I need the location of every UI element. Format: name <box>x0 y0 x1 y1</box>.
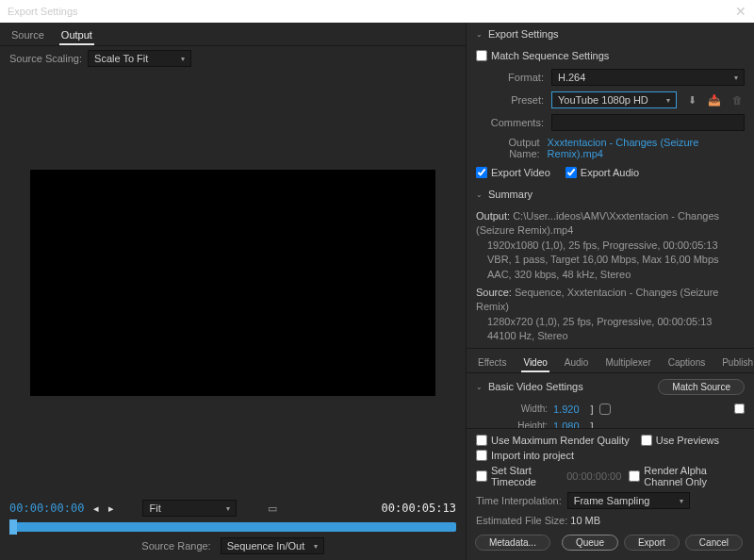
subtab-publish[interactable]: Publish <box>720 354 754 372</box>
source-range-dropdown[interactable]: Sequence In/Out▾ <box>221 537 324 554</box>
match-source-button[interactable]: Match Source <box>658 379 745 395</box>
chevron-down-icon: ▾ <box>314 542 318 551</box>
tab-output[interactable]: Output <box>59 26 94 45</box>
summary-header[interactable]: ⌄Summary <box>467 183 754 206</box>
source-scaling-dropdown[interactable]: Scale To Fit▾ <box>88 50 191 67</box>
basic-video-header[interactable]: ⌄Basic Video Settings Match Source <box>467 373 754 401</box>
use-previews-checkbox[interactable]: Use Previews <box>641 433 719 448</box>
width-value[interactable]: 1.920 <box>553 404 580 415</box>
playhead[interactable] <box>9 519 17 535</box>
export-audio-checkbox[interactable]: Export Audio <box>566 165 639 180</box>
export-video-checkbox[interactable]: Export Video <box>476 165 550 180</box>
subtab-video[interactable]: Video <box>521 354 549 372</box>
preview-canvas <box>30 170 435 396</box>
max-quality-checkbox[interactable]: Use Maximum Render Quality <box>476 433 630 448</box>
cancel-button[interactable]: Cancel <box>685 535 743 551</box>
subtab-audio[interactable]: Audio <box>563 354 591 372</box>
tab-source[interactable]: Source <box>9 26 46 45</box>
chevron-down-icon: ▾ <box>226 504 230 513</box>
chevron-down-icon: ▾ <box>181 55 185 63</box>
aspect-icon[interactable]: ▭ <box>265 501 280 516</box>
step-forward-icon[interactable]: ▸ <box>108 502 114 515</box>
subtab-effects[interactable]: Effects <box>476 354 508 372</box>
width-match-checkbox[interactable] <box>734 404 745 414</box>
timecode-end: 00:00:05:13 <box>382 502 456 515</box>
delete-preset-icon[interactable]: 🗑 <box>729 92 745 107</box>
subtab-captions[interactable]: Captions <box>666 354 707 372</box>
start-timecode-value: 00:00:00:00 <box>566 470 621 482</box>
collapse-icon: ⌄ <box>476 30 483 39</box>
export-button[interactable]: Export <box>624 535 680 551</box>
subtab-multiplexer[interactable]: Multiplexer <box>603 354 652 372</box>
time-interpolation-dropdown[interactable]: Frame Sampling▾ <box>567 492 690 509</box>
zoom-dropdown[interactable]: Fit▾ <box>142 500 237 517</box>
timecode-start[interactable]: 00:00:00:00 <box>9 502 84 515</box>
close-icon[interactable]: ✕ <box>735 4 746 19</box>
titlebar: Export Settings ✕ <box>0 0 754 23</box>
format-dropdown[interactable]: H.264▾ <box>551 69 745 86</box>
source-range-label: Source Range: <box>141 540 210 552</box>
summary-block: Output: C:\User...ideos\AMV\Xxxtentacion… <box>467 206 754 348</box>
import-preset-icon[interactable]: 📥 <box>707 92 722 107</box>
queue-button[interactable]: Queue <box>562 535 618 551</box>
estimated-size: 10 MB <box>570 515 600 526</box>
metadata-button[interactable]: Metadata... <box>475 535 550 551</box>
export-settings-header[interactable]: ⌄ Export Settings <box>467 23 754 45</box>
save-preset-icon[interactable]: ⬇ <box>684 92 699 107</box>
link-dimensions-icon[interactable] <box>599 404 611 415</box>
window-title: Export Settings <box>8 6 78 17</box>
step-back-icon[interactable]: ◂ <box>93 502 99 515</box>
import-project-checkbox[interactable]: Import into project <box>476 448 745 463</box>
timeline-track[interactable] <box>9 522 456 532</box>
comments-input[interactable] <box>551 114 745 131</box>
height-value[interactable]: 1.080 <box>553 420 580 428</box>
start-timecode-checkbox[interactable]: Set Start Timecode <box>476 463 559 489</box>
match-sequence-checkbox[interactable]: Match Sequence Settings <box>476 48 609 63</box>
source-scaling-label: Source Scaling: <box>9 53 82 64</box>
preset-dropdown[interactable]: YouTube 1080p HD▾ <box>551 91 677 108</box>
alpha-only-checkbox[interactable]: Render Alpha Channel Only <box>629 463 745 489</box>
output-name-link[interactable]: Xxxtentacion - Changes (Seizure Remix).m… <box>548 137 745 159</box>
